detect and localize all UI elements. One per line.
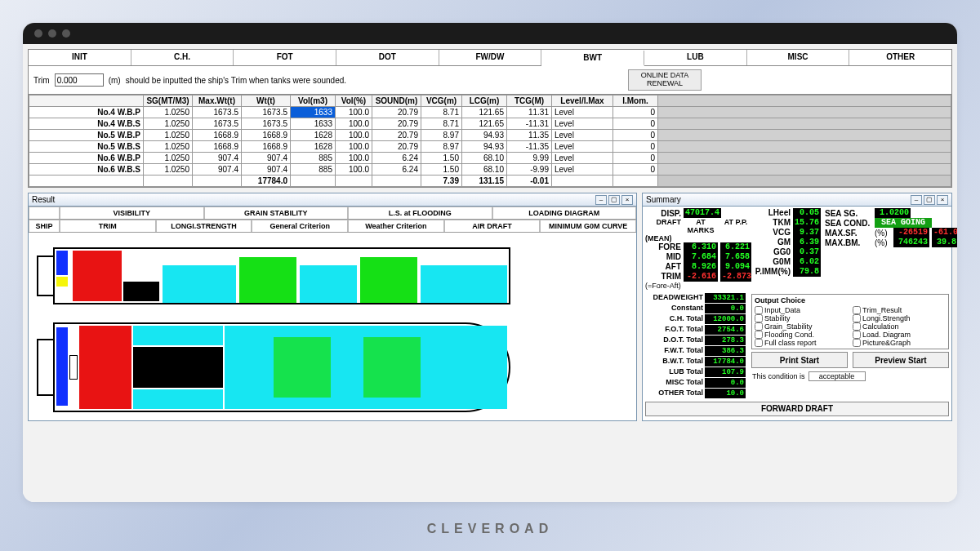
tab-misc[interactable]: MISC bbox=[747, 50, 850, 65]
cell[interactable]: -9.99 bbox=[507, 164, 552, 176]
cell[interactable]: Level bbox=[552, 130, 613, 141]
tab-dot[interactable]: DOT bbox=[336, 50, 439, 65]
cell[interactable]: 100.0 bbox=[336, 107, 372, 118]
cell[interactable]: 68.10 bbox=[462, 164, 507, 176]
tab-lub[interactable]: LUB bbox=[644, 50, 747, 65]
cell[interactable]: 8.71 bbox=[421, 107, 462, 118]
cell[interactable]: 885 bbox=[291, 164, 336, 176]
cell[interactable]: 6.24 bbox=[372, 164, 421, 176]
cell[interactable]: 100.0 bbox=[336, 130, 372, 141]
print-start-button[interactable]: Print Start bbox=[751, 352, 848, 368]
output-option[interactable]: Full class report bbox=[755, 339, 848, 347]
cell[interactable]: No.5 W.B.S bbox=[29, 141, 144, 153]
cell[interactable]: 1.0250 bbox=[144, 164, 193, 176]
cell[interactable]: 8.97 bbox=[421, 141, 462, 153]
cell[interactable]: 1673.5 bbox=[193, 107, 242, 118]
table-row[interactable]: No.5 W.B.S1.02501668.91668.91628100.020.… bbox=[29, 141, 951, 153]
cell[interactable]: 1.0250 bbox=[144, 118, 193, 130]
cell[interactable]: 1628 bbox=[291, 141, 336, 153]
table-row[interactable]: No.6 W.B.S1.0250907.4907.4885100.06.241.… bbox=[29, 164, 951, 176]
output-option[interactable]: Flooding Cond. bbox=[755, 331, 848, 339]
cell[interactable]: 1633 bbox=[291, 118, 336, 130]
cell[interactable]: 0 bbox=[613, 153, 658, 164]
cell[interactable]: 11.31 bbox=[507, 107, 552, 118]
cell[interactable]: 1673.5 bbox=[242, 107, 291, 118]
cell[interactable]: 1668.9 bbox=[193, 130, 242, 141]
checkbox[interactable] bbox=[853, 331, 861, 339]
output-option[interactable]: Trim_Result bbox=[853, 306, 946, 314]
cell[interactable]: 94.93 bbox=[462, 130, 507, 141]
subtab[interactable]: GRAIN STABILITY bbox=[204, 207, 349, 219]
checkbox[interactable] bbox=[853, 306, 861, 314]
output-option[interactable]: Picture&Graph bbox=[853, 339, 946, 347]
cell[interactable]: 11.35 bbox=[507, 130, 552, 141]
cell[interactable]: 1668.9 bbox=[242, 130, 291, 141]
cell[interactable]: Level bbox=[552, 164, 613, 176]
subtab[interactable]: TRIM bbox=[60, 220, 156, 232]
preview-start-button[interactable]: Preview Start bbox=[853, 352, 949, 368]
checkbox[interactable] bbox=[755, 339, 763, 347]
close-pane-icon[interactable]: × bbox=[621, 195, 633, 205]
tab-fot[interactable]: FOT bbox=[234, 50, 336, 65]
cell[interactable]: 121.65 bbox=[462, 118, 507, 130]
cell[interactable]: 20.79 bbox=[372, 118, 421, 130]
cell[interactable]: 20.79 bbox=[372, 107, 421, 118]
output-option[interactable]: Stability bbox=[755, 314, 848, 322]
checkbox[interactable] bbox=[853, 322, 861, 331]
cell[interactable]: 1673.5 bbox=[193, 118, 242, 130]
cell[interactable]: 907.4 bbox=[193, 164, 242, 176]
checkbox[interactable] bbox=[755, 314, 763, 322]
cell[interactable]: No.6 W.B.S bbox=[29, 164, 144, 176]
checkbox[interactable] bbox=[853, 339, 861, 347]
tab-other[interactable]: OTHER bbox=[849, 50, 951, 65]
table-row[interactable]: No.4 W.B.P1.02501673.51673.51633100.020.… bbox=[29, 107, 951, 118]
minimize-icon[interactable] bbox=[48, 29, 56, 38]
subtab[interactable]: LONGI.STRENGTH bbox=[156, 220, 252, 232]
cell[interactable]: 0 bbox=[613, 130, 658, 141]
tab-fwdw[interactable]: FW/DW bbox=[439, 50, 542, 65]
cell[interactable]: No.6 W.B.P bbox=[29, 153, 144, 164]
minimize-pane-icon[interactable]: – bbox=[911, 195, 922, 205]
cell[interactable]: 20.79 bbox=[372, 130, 421, 141]
cell[interactable]: 1.0250 bbox=[144, 141, 193, 153]
output-option[interactable]: Grain_Stability bbox=[755, 322, 848, 331]
cell[interactable]: 1633 bbox=[291, 107, 336, 118]
output-option[interactable]: Longi.Strength bbox=[853, 314, 946, 322]
checkbox[interactable] bbox=[853, 314, 861, 322]
tab-init[interactable]: INIT bbox=[29, 50, 131, 65]
cell[interactable]: 121.65 bbox=[462, 107, 507, 118]
cell[interactable]: 94.93 bbox=[462, 141, 507, 153]
cell[interactable]: 1.0250 bbox=[144, 130, 193, 141]
subtab[interactable]: VISIBILITY bbox=[60, 207, 204, 219]
cell[interactable]: 20.79 bbox=[372, 141, 421, 153]
restore-pane-icon[interactable]: ▢ bbox=[608, 195, 620, 205]
close-pane-icon[interactable]: × bbox=[937, 195, 948, 205]
cell[interactable]: 100.0 bbox=[336, 164, 372, 176]
restore-pane-icon[interactable]: ▢ bbox=[924, 195, 935, 205]
cell[interactable]: 0 bbox=[613, 118, 658, 130]
table-row[interactable]: No.5 W.B.P1.02501668.91668.91628100.020.… bbox=[29, 130, 951, 141]
cell[interactable]: 8.71 bbox=[421, 118, 462, 130]
output-option[interactable]: Input_Data bbox=[755, 306, 848, 314]
forward-draft-button[interactable]: FORWARD DRAFT bbox=[645, 402, 949, 416]
subtab[interactable]: Weather Criterion bbox=[348, 220, 444, 232]
cell[interactable]: 1.50 bbox=[421, 164, 462, 176]
cell[interactable]: 6.24 bbox=[372, 153, 421, 164]
cell[interactable]: 68.10 bbox=[462, 153, 507, 164]
cell[interactable]: 1.50 bbox=[421, 153, 462, 164]
cell[interactable]: 0 bbox=[613, 107, 658, 118]
cell[interactable]: 907.4 bbox=[242, 164, 291, 176]
cell[interactable]: 907.4 bbox=[193, 153, 242, 164]
cell[interactable]: 1668.9 bbox=[242, 141, 291, 153]
subtab[interactable]: MINIMUM G0M CURVE bbox=[540, 220, 636, 232]
tab-bwt[interactable]: BWT bbox=[541, 51, 644, 66]
subtab[interactable]: LOADING DIAGRAM bbox=[492, 207, 637, 219]
cell[interactable]: 100.0 bbox=[336, 153, 372, 164]
minimize-pane-icon[interactable]: – bbox=[595, 195, 607, 205]
subtab[interactable]: General Criterion bbox=[252, 220, 348, 232]
cell[interactable]: -11.35 bbox=[507, 141, 552, 153]
cell[interactable]: 9.99 bbox=[507, 153, 552, 164]
checkbox[interactable] bbox=[755, 322, 763, 331]
subtab[interactable]: L.S. at FLOODING bbox=[348, 207, 492, 219]
cell[interactable]: 100.0 bbox=[336, 141, 372, 153]
